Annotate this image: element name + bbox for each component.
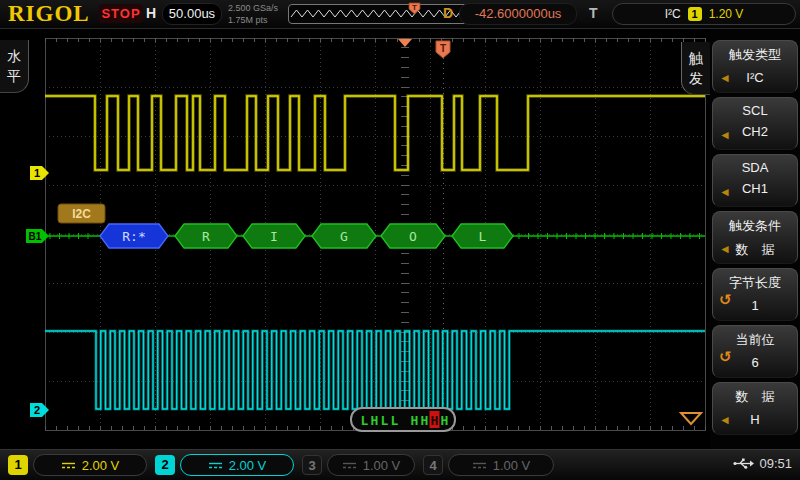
- svg-text:T: T: [440, 43, 446, 54]
- channel-2-volts: 2.00 V: [229, 458, 267, 473]
- ch2-waveform: [45, 331, 705, 409]
- menu-item-label: SDA: [713, 160, 797, 175]
- channel-1-badge[interactable]: 1: [8, 455, 28, 475]
- chevron-left-icon: ◄: [719, 71, 731, 85]
- svg-text:T: T: [412, 3, 417, 12]
- channel-group-4: 41.00 V: [423, 454, 554, 476]
- channel-group-3: 31.00 V: [302, 454, 415, 476]
- menu-item-7[interactable]: 数 据H◄: [712, 382, 798, 435]
- trigger-bus-type: I²C: [665, 7, 681, 21]
- rigol-logo: RIGOL: [8, 1, 90, 27]
- dc-coupling-icon: [472, 461, 487, 470]
- channel-group-1: 12.00 V: [8, 454, 147, 476]
- svg-text:H: H: [431, 413, 439, 428]
- chevron-left-icon: ◄: [719, 128, 731, 142]
- svg-text:L: L: [361, 413, 369, 428]
- decode-frame-data: I: [243, 224, 305, 248]
- decode-frame-data: O: [381, 224, 445, 248]
- time-display: 09:51: [759, 456, 792, 471]
- horizontal-label: H: [146, 5, 156, 21]
- svg-text:H: H: [441, 413, 449, 428]
- timebase-readout[interactable]: 50.00us: [162, 3, 222, 25]
- menu-item-label: 触发类型: [713, 46, 797, 64]
- bus1-marker[interactable]: B1: [26, 229, 49, 243]
- channel-4-scale[interactable]: 1.00 V: [448, 454, 554, 476]
- i2c-decode-bus: R:*RIGOL: [45, 224, 705, 248]
- delay-readout[interactable]: -42.6000000us: [459, 3, 577, 25]
- svg-text:R:*: R:*: [122, 229, 145, 244]
- acquisition-info: 2.500 GSa/s 1.75M pts: [228, 2, 278, 26]
- softkey-menu: 触发类型I²C◄SCLCH2◄SDACH1◄触发条件数 据◄字节长度1↺当前位6…: [710, 28, 800, 450]
- menu-item-3[interactable]: SDACH1◄: [712, 154, 798, 207]
- menu-item-5[interactable]: 字节长度1↺: [712, 268, 798, 321]
- chevron-left-icon: ◄: [719, 413, 731, 427]
- trigger-source-badge: 1: [688, 7, 702, 21]
- svg-text:I2C: I2C: [72, 207, 91, 221]
- menu-item-1[interactable]: 触发类型I²C◄: [712, 40, 798, 93]
- knob-icon: ↺: [719, 348, 732, 366]
- clock-area: 09:51: [733, 456, 792, 471]
- svg-text:B1: B1: [29, 231, 42, 242]
- usb-icon: [733, 458, 755, 469]
- channel-4-badge[interactable]: 4: [423, 455, 443, 475]
- trigger-readout[interactable]: I²C 1 1.20 V: [612, 3, 796, 25]
- svg-text:R: R: [202, 229, 210, 244]
- status-bar: RIGOL STOP H 50.00us 2.500 GSa/s 1.75M p…: [0, 0, 800, 29]
- menu-item-6[interactable]: 当前位6↺: [712, 325, 798, 378]
- trigger-menu-tab: 触发: [681, 42, 710, 95]
- channel-3-badge[interactable]: 3: [302, 455, 322, 475]
- delay-label: D: [443, 5, 453, 21]
- menu-item-label: SCL: [713, 103, 797, 118]
- svg-text:H: H: [371, 413, 379, 428]
- channel-4-volts: 1.00 V: [493, 458, 531, 473]
- channel-group-2: 22.00 V: [155, 454, 294, 476]
- channel-1-scale[interactable]: 2.00 V: [33, 454, 147, 476]
- decode-frame-data: G: [312, 224, 376, 248]
- ch1-ground-marker[interactable]: 1: [30, 166, 49, 180]
- bus-label-tag[interactable]: I2C: [58, 204, 105, 223]
- strip-trigger-marker-icon[interactable]: T: [408, 2, 421, 15]
- svg-text:H: H: [421, 413, 429, 428]
- decode-frame-data: R: [175, 224, 237, 248]
- dc-coupling-icon: [342, 461, 357, 470]
- chevron-left-icon: ◄: [719, 185, 731, 199]
- svg-text:2: 2: [34, 404, 40, 416]
- channel-2-scale[interactable]: 2.00 V: [180, 454, 294, 476]
- trigger-data-pattern-readout: LHLL HHHH: [351, 408, 455, 431]
- channel-3-scale[interactable]: 1.00 V: [327, 454, 415, 476]
- svg-text:H: H: [411, 413, 419, 428]
- trigger-label: T: [589, 5, 598, 21]
- svg-text:L: L: [381, 413, 389, 428]
- knob-icon: ↺: [719, 291, 732, 309]
- chevron-left-icon: ◄: [719, 242, 731, 256]
- menu-item-label: 当前位: [713, 331, 797, 349]
- menu-item-4[interactable]: 触发条件数 据◄: [712, 211, 798, 264]
- dc-coupling-icon: [61, 461, 76, 470]
- svg-text:1: 1: [34, 167, 40, 179]
- waveform-display: TR:*RIGOLI2C1B12LHLL HHHH: [0, 0, 710, 450]
- trigger-position-marker[interactable]: T: [398, 39, 450, 58]
- ch2-ground-marker[interactable]: 2: [30, 403, 49, 417]
- channel-1-volts: 2.00 V: [82, 458, 120, 473]
- run-state-badge[interactable]: STOP: [99, 4, 143, 23]
- menu-item-label: 数 据: [713, 388, 797, 406]
- trigger-level-offscreen-icon: [681, 413, 701, 424]
- svg-text:L: L: [391, 413, 399, 428]
- svg-text:G: G: [340, 229, 348, 244]
- channel-2-badge[interactable]: 2: [155, 455, 175, 475]
- oscilloscope-screen: TR:*RIGOLI2C1B12LHLL HHHH RIGOL STOP H 5…: [0, 0, 800, 480]
- memory-depth: 1.75M pts: [228, 14, 278, 26]
- channel-3-volts: 1.00 V: [363, 458, 401, 473]
- menu-item-label: 触发条件: [713, 217, 797, 235]
- menu-item-2[interactable]: SCLCH2◄: [712, 97, 798, 150]
- svg-text:I: I: [270, 229, 278, 244]
- sample-rate: 2.500 GSa/s: [228, 2, 278, 14]
- svg-text:L: L: [479, 229, 487, 244]
- decode-frame-data: L: [452, 224, 513, 248]
- channel-status-bar: 12.00 V22.00 V31.00 V41.00 V 09:51: [0, 449, 800, 480]
- dc-coupling-icon: [208, 461, 223, 470]
- trigger-level-value: 1.20 V: [709, 7, 744, 21]
- svg-text:O: O: [409, 229, 417, 244]
- horizontal-menu-tab: 水平: [0, 40, 29, 93]
- horizontal-reference-icon[interactable]: [398, 39, 412, 47]
